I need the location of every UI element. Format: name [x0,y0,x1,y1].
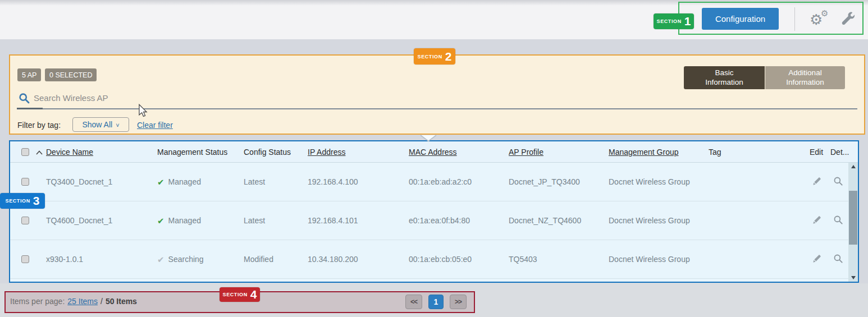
header-ap-profile[interactable]: AP Profile [509,148,543,157]
section-3-badge: SECTION 3 [0,193,45,209]
edit-pencil-icon[interactable] [812,214,823,227]
ap-profile: Docnet_JP_TQ3400 [508,177,607,186]
tag-filter-dropdown[interactable]: Show All ˅ [72,117,129,132]
mac-address: e0:1a:ea:0f:b4:80 [408,216,508,225]
filter-by-tag-label: Filter by tag: [17,121,61,130]
config-status: Latest [243,216,307,225]
management-status: Searching [168,255,204,264]
ap-profile: Docnet_NZ_TQ4600 [508,216,607,225]
wireless-ap-configuration-page: Configuration ⚙ ⚙ SECTION 1 SECTION 2 SE… [0,0,868,317]
vertical-scrollbar[interactable] [848,163,858,282]
search-underline-accent [17,108,43,109]
table-row: x930-1.0.1 ✔ Searching Modified 10.34.18… [10,240,858,279]
scroll-up-arrow[interactable] [848,163,858,171]
items-per-page-label: Items per page: [10,297,65,306]
details-magnifier-icon[interactable] [833,254,843,265]
managed-check-icon: ✔ [157,217,165,225]
page-size-link[interactable]: 25 Items [67,297,98,306]
header-ip-address[interactable]: IP Address [308,148,345,157]
search-wireless-ap-input[interactable] [34,90,820,105]
toolbar-divider [794,7,795,31]
configuration-button[interactable]: Configuration [702,8,779,30]
edit-pencil-icon[interactable] [812,253,823,265]
management-group: Docnet Wireless Group [607,177,707,186]
previous-page-button[interactable]: << [405,295,422,309]
items-separator: / [100,297,103,306]
management-group: Docnet Wireless Group [607,216,707,225]
ip-address: 192.168.4.101 [307,216,408,225]
total-items-label: 50 Items [106,297,137,306]
row-checkbox[interactable] [21,255,29,263]
header-edit: Edit [803,148,828,157]
device-name: TQ3400_Docnet_1 [35,177,156,186]
top-toolbar: Configuration ⚙ ⚙ [0,0,868,39]
basic-information-tab[interactable]: Basic Information [684,66,765,89]
row-checkbox[interactable] [21,178,29,186]
ip-address: 10.34.180.200 [307,255,408,264]
current-page-button[interactable]: 1 [428,295,444,309]
device-name: x930-1.0.1 [35,255,156,264]
sort-ascending-icon [36,148,43,157]
details-magnifier-icon[interactable] [833,215,843,227]
select-all-checkbox[interactable] [21,148,29,156]
column-marker-chevron-down-icon [420,134,437,144]
tools-wrench-icon[interactable] [841,11,856,29]
config-status: Latest [243,177,307,186]
selected-count-badge: 0 SELECTED [45,68,97,81]
header-device-name[interactable]: Device Name [46,148,93,157]
settings-gears-icon[interactable]: ⚙ ⚙ [808,8,832,31]
managed-check-icon: ✔ [157,178,165,186]
header-details: Det... [828,148,858,157]
section-1-badge: SECTION 1 [654,13,694,29]
searching-check-icon: ✔ [157,255,165,264]
scroll-down-arrow[interactable] [848,274,858,282]
table-header-row: Device Name Management Status Config Sta… [10,141,858,163]
next-page-button[interactable]: >> [450,295,467,309]
wireless-ap-table: Device Name Management Status Config Sta… [9,140,859,283]
table-row: TQ3400_Docnet_1 ✔ Managed Latest 192.168… [10,163,858,201]
row-checkbox[interactable] [21,217,29,224]
header-management-status: Management Status [156,148,243,157]
chevron-down-icon: ˅ [116,122,119,128]
edit-pencil-icon[interactable] [812,176,823,188]
device-name: TQ4600_Docnet_1 [35,216,156,225]
search-icon [19,93,30,106]
section-4-badge: SECTION 4 [220,287,260,302]
additional-information-tab[interactable]: Additional Information [765,66,845,89]
mac-address: 00:1a:eb:cb:05:e0 [408,255,508,264]
ip-address: 192.168.4.100 [307,177,408,186]
scrollbar-thumb[interactable] [849,191,857,245]
ap-profile: TQ5403 [508,255,607,264]
header-mac-address[interactable]: MAC Address [409,148,457,157]
clear-filter-link[interactable]: Clear filter [137,121,173,130]
partial-row [10,279,858,282]
management-group: Docnet Wireless Group [607,255,707,264]
wireless-ap-filter-panel: 5 AP 0 SELECTED Filter by tag: Show All … [9,54,865,135]
management-status: Managed [168,177,201,186]
table-row: TQ4600_Docnet_1 ✔ Managed Latest 192.168… [10,201,858,240]
ap-count-badge: 5 AP [17,68,41,81]
header-config-status: Config Status [243,148,307,157]
header-management-group[interactable]: Management Group [609,148,679,157]
header-tag: Tag [707,148,803,157]
config-status: Modified [243,255,307,264]
section-2-badge: SECTION 2 [414,48,455,65]
mouse-cursor-icon [138,104,148,120]
management-status: Managed [168,216,201,225]
tag-filter-value: Show All [82,120,112,129]
pagination-bar: Items per page: 25 Items / 50 Items << 1… [0,283,868,317]
mac-address: 00:1a:eb:ad:a2:c0 [408,177,508,186]
details-magnifier-icon[interactable] [833,176,843,188]
